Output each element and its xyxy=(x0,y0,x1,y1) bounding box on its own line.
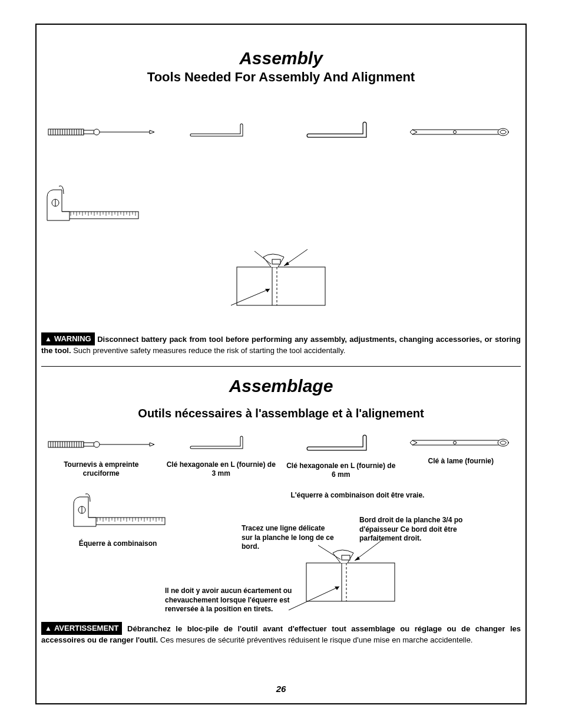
title-english: Assembly xyxy=(41,48,521,68)
svg-point-16 xyxy=(94,129,100,135)
square-check-diagram-english xyxy=(41,246,521,311)
page-content: Assembly Tools Needed For Assembly And A… xyxy=(41,29,521,699)
hex6-label-fr: Clé hexagonale en L (fournie) de 6 mm xyxy=(285,462,397,479)
subtitle-french: Outils nécessaires à l'assemblage et à l… xyxy=(41,407,521,420)
svg-rect-77 xyxy=(84,443,94,446)
warning-label-english: WARNING xyxy=(54,334,91,343)
svg-rect-53 xyxy=(237,267,325,305)
svg-marker-80 xyxy=(150,443,154,446)
combo-square-row-english xyxy=(41,179,521,229)
svg-point-19 xyxy=(454,131,457,134)
blade-label-fr: Clé à lame (fournie) xyxy=(405,457,517,466)
diagram-annotated-fr: L'équerre à combinaison doit être vraie.… xyxy=(194,491,521,622)
svg-point-21 xyxy=(500,130,506,134)
svg-rect-56 xyxy=(272,259,280,264)
blade-fr: Clé à lame (fournie) xyxy=(405,436,517,466)
warning-rest-english: Such preventive safety measures reduce t… xyxy=(71,346,346,355)
page-number: 26 xyxy=(0,684,562,694)
tools-row-french: Tournevis à empreinte cruciforme Clé hex… xyxy=(41,436,521,479)
warning-badge-french: ▲AVERTISSEMENT xyxy=(41,622,122,635)
svg-point-81 xyxy=(454,442,457,444)
tools-row-english xyxy=(41,120,521,144)
warning-label-french: AVERTISSEMENT xyxy=(54,624,119,633)
svg-marker-18 xyxy=(150,130,154,134)
hex3-label-fr: Clé hexagonale en L (fournie) de 3 mm xyxy=(165,460,277,478)
svg-point-83 xyxy=(500,441,506,444)
svg-rect-62 xyxy=(48,442,84,447)
warning-english: ▲WARNING Disconnect battery pack from to… xyxy=(41,332,521,355)
note-top-fr: L'équerre à combinaison doit être vraie. xyxy=(194,491,521,499)
hex-key-small-icon xyxy=(168,120,274,144)
hex3-fr: Clé hexagonale en L (fournie) de 3 mm xyxy=(165,436,277,478)
anno-bottom-fr: Il ne doit y avoir aucun écartement ou c… xyxy=(165,587,312,614)
warning-triangle-icon-fr: ▲ xyxy=(45,624,52,633)
svg-rect-118 xyxy=(342,555,350,560)
svg-rect-0 xyxy=(48,129,84,135)
screwdriver-icon xyxy=(48,120,154,144)
blade-wrench-icon xyxy=(408,120,514,144)
screwdriver-label-fr: Tournevis à empreinte cruciforme xyxy=(45,460,157,478)
hex6-fr: Clé hexagonale en L (fournie) de 6 mm xyxy=(285,436,397,479)
svg-line-120 xyxy=(355,539,383,561)
combination-square-icon xyxy=(41,179,159,229)
warning-triangle-icon: ▲ xyxy=(45,334,52,344)
title-french: Assemblage xyxy=(41,376,521,396)
subtitle-english: Tools Needed For Assembly And Alignment xyxy=(41,70,521,85)
svg-point-78 xyxy=(94,442,100,447)
french-lower-section: Équerre à combinaison L'équerre à combin… xyxy=(41,491,521,622)
section-divider xyxy=(41,366,521,367)
hex-key-large-icon xyxy=(288,120,394,144)
combo-label-fr: Équerre à combinaison xyxy=(41,539,194,548)
screwdriver-fr: Tournevis à empreinte cruciforme xyxy=(45,436,157,478)
svg-rect-15 xyxy=(84,130,94,134)
warning-badge-english: ▲WARNING xyxy=(41,332,95,345)
